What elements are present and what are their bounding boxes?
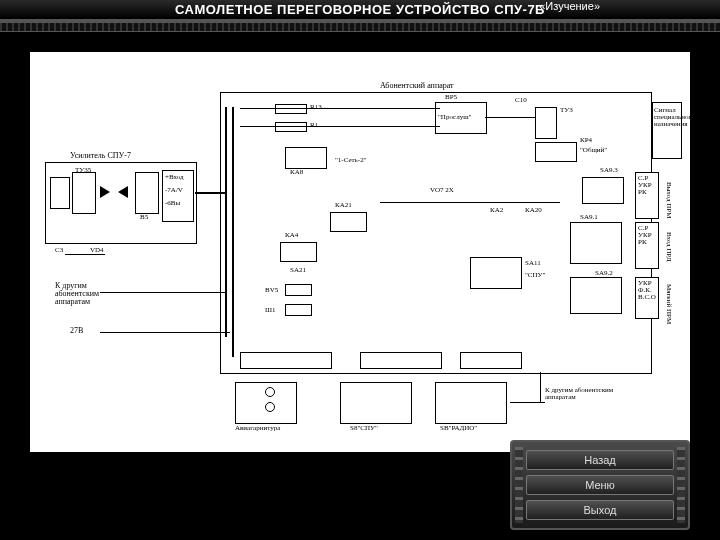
prd-in-label: Вход ПРД xyxy=(665,232,672,262)
amplifier-label: Усилитель СПУ-7 xyxy=(70,152,131,160)
signal-label: Сигнал специального назначения xyxy=(654,107,678,128)
nav-back-button[interactable]: Назад xyxy=(526,450,674,470)
wire xyxy=(65,254,105,255)
v27-label: 27В xyxy=(70,327,83,335)
ka4-label: КА4 xyxy=(285,232,298,239)
kp4-block xyxy=(535,142,577,162)
ka4-block xyxy=(280,242,317,262)
ka8-block xyxy=(285,147,327,169)
ka21-label: КА21 xyxy=(335,202,352,209)
terminal-row-3 xyxy=(460,352,522,369)
sa92-block xyxy=(570,277,622,314)
sa93-block xyxy=(582,177,624,204)
wire-other1 xyxy=(100,292,225,293)
bv5-box xyxy=(285,284,312,296)
ruler-decoration xyxy=(0,22,720,32)
ka2-label: КА2 xyxy=(490,207,503,214)
s8-label: S8"СПУ" xyxy=(350,425,378,432)
out1-label: -7A/V xyxy=(165,187,183,194)
bus-v1 xyxy=(225,107,227,337)
schematic-image: Усилитель СПУ-7 ТУ35 В5 +Вход -7A/V -6Вы… xyxy=(30,52,690,452)
sb-radio-block xyxy=(435,382,507,424)
sa91-block xyxy=(570,222,622,264)
obshch-label: "Общий" xyxy=(580,147,607,154)
sh1-box xyxy=(285,304,312,316)
cp-list-2: С.Р УКР РК xyxy=(638,225,652,246)
transformer-b5 xyxy=(135,172,159,214)
prm-out-label: Выход ПРМ xyxy=(665,182,672,218)
out2-label: -6Вы xyxy=(165,200,180,207)
bp5-label: ВР5 xyxy=(445,94,457,101)
to-other-2: К другим абонентским аппаратам xyxy=(545,387,615,401)
sa11-label: SA11 xyxy=(525,260,541,267)
r13-box xyxy=(275,104,307,114)
proslush-label: "Прослуш" xyxy=(438,114,471,121)
ka21-block xyxy=(330,212,367,232)
vo7-label: VО7 2Х xyxy=(430,187,454,194)
input-jack-1 xyxy=(50,177,70,209)
slide-title: САМОЛЕТНОЕ ПЕРЕГОВОРНОЕ УСТРОЙСТВО СПУ-7… xyxy=(0,2,720,17)
wire-top-1 xyxy=(240,108,440,109)
amp-triangle-2 xyxy=(118,186,128,198)
nav-panel: Назад Меню Выход xyxy=(510,440,690,530)
to-other-1: К другим абонентским аппаратам xyxy=(55,282,125,306)
r1-box xyxy=(275,122,307,132)
terminal-row-1 xyxy=(240,352,332,369)
sa92-label: SA9.2 xyxy=(595,270,613,277)
sa11-block xyxy=(470,257,522,289)
wire-down-1 xyxy=(540,372,541,402)
ukr-list: УКР Ф.К. В.С.О xyxy=(638,280,656,301)
net12-label: "1-Сеть-2" xyxy=(335,157,367,164)
terminal-row-2 xyxy=(360,352,442,369)
transformer-tv35 xyxy=(72,172,96,214)
sb-radio-label: SВ"РАДИО" xyxy=(440,425,477,432)
headset-jack-1 xyxy=(265,387,275,397)
wire-bp5 xyxy=(485,117,535,118)
prm-soft-label: Мягкий ПРМ xyxy=(665,284,672,324)
sh1-label: Ш1 xyxy=(265,307,276,314)
bv5-label: ВV5 xyxy=(265,287,278,294)
sa91-label: SA9.1 xyxy=(580,214,598,221)
spu-label: "СПУ" xyxy=(525,272,545,279)
subscriber-unit-label: Абонентский аппарат xyxy=(380,82,454,90)
c3-label: C3 xyxy=(55,247,63,254)
headset-jack-2 xyxy=(265,402,275,412)
header-tag: «Изучение» xyxy=(539,0,600,12)
plus27-label: +Вход xyxy=(165,174,184,181)
tv3-block xyxy=(535,107,557,139)
c10-label: C10 xyxy=(515,97,527,104)
tv3-label: ТУ3 xyxy=(560,107,573,114)
slide-header: «Изучение» САМОЛЕТНОЕ ПЕРЕГОВОРНОЕ УСТРО… xyxy=(0,0,720,22)
sa21-label: SA21 xyxy=(290,267,306,274)
bus-1 xyxy=(195,192,225,194)
bus-v2 xyxy=(232,107,234,357)
amp-triangle-1 xyxy=(100,186,110,198)
b5-label: В5 xyxy=(140,214,148,221)
s8-block xyxy=(340,382,412,424)
diode-wire xyxy=(380,202,560,203)
ka20-label: КА20 xyxy=(525,207,542,214)
wire-27v xyxy=(100,332,230,333)
nav-menu-button[interactable]: Меню xyxy=(526,475,674,495)
vd4-label: VD4 xyxy=(90,247,104,254)
wire-top-2 xyxy=(240,126,440,127)
headset-label: Авиагарнитура xyxy=(235,425,280,432)
kp4-label: КР4 xyxy=(580,137,592,144)
cp-list-1: С.Р УКР РК xyxy=(638,175,652,196)
ka8-label: КА8 xyxy=(290,169,303,176)
nav-exit-button[interactable]: Выход xyxy=(526,500,674,520)
wire-other2 xyxy=(510,402,545,403)
sa93-label: SA9.3 xyxy=(600,167,618,174)
